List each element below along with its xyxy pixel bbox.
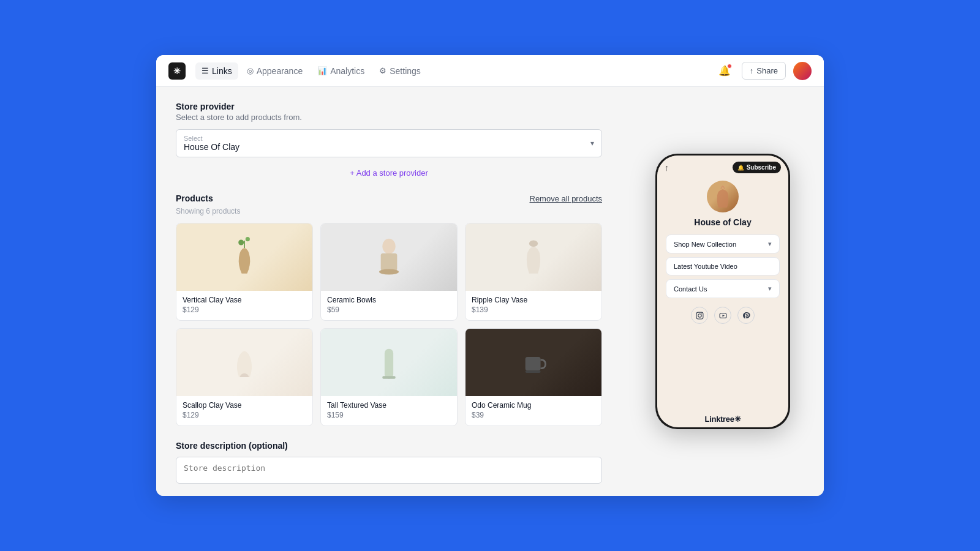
product-image [176,223,312,291]
svg-rect-10 [696,312,703,319]
product-image [466,329,601,396]
products-grid: Vertical Clay Vase $129 Ceramic Bowls $5… [176,223,602,426]
svg-point-4 [379,269,399,275]
left-panel: Store provider Select a store to add pro… [156,87,622,496]
notification-dot [727,64,732,69]
product-image [321,223,457,291]
store-description-input[interactable] [176,457,602,484]
svg-rect-8 [526,357,541,370]
product-name: Odo Ceramic Mug [472,401,595,410]
product-card[interactable]: Vertical Clay Vase $129 [176,223,313,321]
phone-profile-name: House of Clay [694,217,751,227]
subscribe-button[interactable]: 🔔 Subscribe [733,162,781,173]
youtube-icon[interactable] [714,307,731,324]
chevron-down-icon: ▾ [768,285,772,293]
chevron-down-icon: ▾ [590,139,594,148]
product-info: Ripple Clay Vase $139 [466,291,601,320]
linktree-logo: Linktree✳ [705,414,741,424]
svg-rect-6 [385,349,393,379]
phone-link-contact[interactable]: Contact Us ▾ [666,279,780,298]
phone-avatar [707,181,739,212]
nav-actions: 🔔 ↑ Share [715,61,812,81]
store-select-label: Select [184,135,594,142]
remove-all-products-button[interactable]: Remove all products [530,194,603,203]
tab-settings[interactable]: ⚙ Settings [373,62,427,80]
instagram-icon[interactable] [691,307,708,324]
main-window: ✳ ☰ Links ◎ Appearance 📊 Analytics ⚙ Set… [156,55,824,496]
product-info: Tall Textured Vase $159 [321,396,457,425]
avatar-image [714,184,732,209]
product-card[interactable]: Ripple Clay Vase $139 [465,223,602,321]
share-icon: ↑ [750,66,754,75]
product-card[interactable]: Tall Textured Vase $159 [320,328,458,426]
product-price: $59 [327,305,451,314]
product-name: Vertical Clay Vase [183,296,306,304]
product-info: Vertical Clay Vase $129 [176,291,312,320]
product-image [466,223,601,291]
products-header: Products Remove all products [176,193,602,204]
phone-link-shop[interactable]: Shop New Collection ▾ [666,234,780,253]
product-price: $139 [472,305,595,314]
product-name: Ceramic Bowls [327,296,451,304]
product-name: Ripple Clay Vase [472,296,595,304]
products-title: Products [176,193,213,203]
products-section: Products Remove all products Showing 6 p… [176,193,602,426]
phone-frame: ↑ 🔔 Subscribe [655,154,790,429]
store-provider-subtitle: Select a store to add products from. [176,113,602,122]
product-price: $129 [183,411,306,419]
pinterest-icon[interactable] [737,307,755,324]
svg-marker-14 [722,314,725,316]
tab-appearance[interactable]: ◎ Appearance [241,62,309,80]
svg-rect-7 [382,376,395,378]
nav-tabs: ☰ Links ◎ Appearance 📊 Analytics ⚙ Setti… [195,62,715,80]
svg-point-1 [246,237,250,241]
store-select[interactable]: Select House Of Clay ▾ [176,129,602,157]
store-provider-section: Store provider Select a store to add pro… [176,102,602,181]
product-price: $129 [183,305,306,314]
store-description-section: Store description (optional) [176,441,602,486]
product-info: Ceramic Bowls $59 [321,291,457,320]
product-card[interactable]: Odo Ceramic Mug $39 [465,328,602,426]
content-area: Store provider Select a store to add pro… [156,87,824,496]
phone-link-youtube[interactable]: Latest Youtube Video [666,257,780,276]
phone-top-bar: ↑ 🔔 Subscribe [657,156,788,177]
store-select-value: House Of Clay [184,142,594,152]
product-card[interactable]: Ceramic Bowls $59 [320,223,458,321]
store-description-label: Store description (optional) [176,441,602,451]
svg-point-12 [701,313,701,313]
product-image [176,329,312,396]
product-info: Scallop Clay Vase $129 [176,396,312,425]
phone-inner: ↑ 🔔 Subscribe [657,156,788,427]
notification-button[interactable]: 🔔 [715,61,734,81]
svg-rect-9 [526,370,541,373]
svg-rect-3 [381,253,398,271]
links-icon: ☰ [202,66,209,75]
svg-point-0 [238,240,244,246]
appearance-icon: ◎ [247,66,254,75]
product-price: $159 [327,411,451,419]
svg-point-11 [698,313,701,317]
product-card[interactable]: Scallop Clay Vase $129 [176,328,313,426]
navbar: ✳ ☰ Links ◎ Appearance 📊 Analytics ⚙ Set… [156,55,824,87]
upload-icon: ↑ [665,163,669,173]
logo-icon[interactable]: ✳ [168,62,186,80]
tab-analytics[interactable]: 📊 Analytics [311,62,371,80]
store-provider-title: Store provider [176,102,602,111]
products-count: Showing 6 products [176,207,602,216]
phone-body: House of Clay Shop New Collection ▾ Late… [657,177,788,411]
chevron-down-icon: ▾ [768,240,772,248]
bell-icon: 🔔 [737,165,744,171]
social-icons [691,307,755,324]
phone-footer: Linktree✳ [657,411,788,427]
product-price: $39 [472,411,595,419]
avatar[interactable] [793,62,812,80]
svg-point-5 [529,240,538,247]
add-store-provider-button[interactable]: + Add a store provider [176,165,602,181]
product-name: Scallop Clay Vase [183,401,306,410]
analytics-icon: 📊 [317,66,327,75]
right-panel: ↑ 🔔 Subscribe [622,87,824,496]
share-button[interactable]: ↑ Share [742,62,786,80]
svg-point-2 [382,239,395,254]
product-info: Odo Ceramic Mug $39 [466,396,601,425]
tab-links[interactable]: ☰ Links [195,62,238,80]
